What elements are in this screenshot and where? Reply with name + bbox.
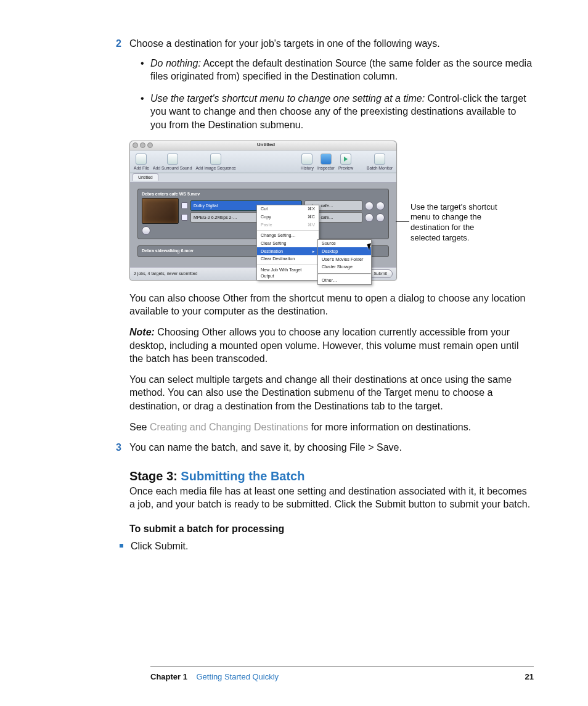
add-file-button[interactable]: Add File bbox=[134, 154, 149, 171]
see-post: for more information on destinations. bbox=[308, 422, 471, 432]
remove-button[interactable] bbox=[365, 202, 374, 210]
para-multi: You can select multiple targets and chan… bbox=[129, 373, 534, 413]
para-see: See Creating and Changing Destinations f… bbox=[129, 421, 534, 434]
batch-monitor-button[interactable]: Batch Monitor bbox=[367, 154, 393, 171]
destination-submenu[interactable]: Source Desktop User's Movies Folder Clus… bbox=[317, 239, 372, 285]
toolbar: Add File Add Surround Sound Add Image Se… bbox=[130, 150, 396, 173]
tab-untitled[interactable]: Untitled bbox=[133, 173, 158, 181]
inspector-button[interactable]: Inspector bbox=[317, 154, 335, 171]
monitor-icon bbox=[374, 154, 385, 165]
submenu-cluster[interactable]: Cluster Storage bbox=[318, 263, 371, 271]
submit-button[interactable]: Submit bbox=[368, 269, 393, 277]
setting-icon bbox=[181, 214, 188, 221]
bullet-do-nothing: Do nothing: Accept the default destinati… bbox=[141, 57, 534, 83]
menu-clear-destination[interactable]: Clear Destination bbox=[257, 255, 319, 263]
menu-destination[interactable]: Destination▸ bbox=[257, 247, 319, 255]
menu-copy[interactable]: Copy⌘C bbox=[257, 213, 319, 221]
note-body: Choosing Other allows you to choose any … bbox=[129, 327, 518, 364]
inspector-icon bbox=[321, 154, 332, 165]
titlebar: Untitled bbox=[130, 141, 396, 150]
minimize-icon[interactable] bbox=[140, 142, 145, 148]
menu-paste: Paste⌘V bbox=[257, 221, 319, 229]
footer-page: 21 bbox=[525, 671, 534, 678]
play-icon bbox=[340, 154, 351, 165]
add-surround-button[interactable]: Add Surround Sound bbox=[153, 154, 192, 171]
page-footer: Chapter 1 Getting Started Quickly 21 bbox=[150, 666, 534, 678]
step-3-text: You can name the batch, and save it, by … bbox=[129, 442, 402, 453]
bullet-lead: Use the target's shortcut menu to change… bbox=[150, 93, 425, 104]
setting-icon bbox=[181, 202, 188, 209]
stage-heading: Stage 3: Submitting the Batch bbox=[129, 468, 534, 485]
figure-callout: Use the target's shortcut menu to change… bbox=[410, 141, 502, 244]
thumbnail-icon bbox=[142, 198, 179, 224]
menu-new-job[interactable]: New Job With Target Output bbox=[257, 266, 319, 280]
note: Note: Choosing Other allows you to choos… bbox=[129, 326, 534, 366]
step-2: 2 Choose a destination for your job's ta… bbox=[129, 37, 534, 51]
tab-row: Untitled bbox=[130, 173, 396, 183]
footer-title: Getting Started Quickly bbox=[196, 672, 279, 678]
step-number-3: 3 bbox=[116, 441, 121, 454]
remove-button[interactable] bbox=[365, 213, 374, 222]
bullet-rest: Accept the default destination Source (t… bbox=[150, 58, 532, 82]
step-3: 3 You can name the batch, and save it, b… bbox=[129, 441, 534, 454]
context-menu[interactable]: Cut⌘X Copy⌘C Paste⌘V Change Setting… Cle… bbox=[256, 205, 319, 281]
add-target-button[interactable] bbox=[142, 226, 150, 235]
history-icon bbox=[301, 154, 312, 165]
para-other: You can also choose Other from the short… bbox=[129, 292, 534, 318]
app-window: Untitled Add File Add Surround Sound Add… bbox=[129, 141, 397, 281]
add-button[interactable] bbox=[376, 202, 385, 210]
zoom-icon[interactable] bbox=[147, 142, 153, 148]
submenu-desktop[interactable]: Desktop bbox=[318, 247, 371, 255]
submit-steps: Click Submit. bbox=[129, 540, 534, 553]
bullet-shortcut-menu: Use the target's shortcut menu to change… bbox=[141, 92, 534, 132]
step-2-text: Choose a destination for your job's targ… bbox=[129, 38, 440, 49]
submenu-movies[interactable]: User's Movies Folder bbox=[318, 255, 371, 263]
add-button[interactable] bbox=[376, 213, 385, 222]
step-number-2: 2 bbox=[116, 37, 121, 51]
submenu-source[interactable]: Source bbox=[318, 240, 371, 248]
batch-canvas: Debra enters cafe WS 5.mov Dolby Digital… bbox=[130, 183, 396, 268]
submenu-other[interactable]: Other… bbox=[318, 277, 371, 285]
note-lead: Note: bbox=[129, 327, 155, 337]
history-button[interactable]: History bbox=[301, 154, 314, 171]
add-image-seq-button[interactable]: Add Image Sequence bbox=[195, 154, 235, 171]
figure-wrap: Untitled Add File Add Surround Sound Add… bbox=[129, 141, 534, 281]
image-seq-icon bbox=[210, 154, 221, 165]
job-1-title: Debra enters cafe WS 5.mov bbox=[142, 191, 385, 197]
link-destinations[interactable]: Creating and Changing Destinations bbox=[150, 422, 308, 432]
see-pre: See bbox=[129, 422, 150, 432]
submit-step-1: Click Submit. bbox=[129, 540, 534, 553]
status-text: 2 jobs, 4 targets, never submitted bbox=[134, 271, 198, 276]
footer-chapter: Chapter 1 bbox=[150, 672, 187, 678]
surround-icon bbox=[167, 154, 178, 165]
subhead-submit: To submit a batch for processing bbox=[129, 522, 534, 536]
menu-clear-setting[interactable]: Clear Setting bbox=[257, 239, 319, 247]
preview-button[interactable]: Preview bbox=[338, 154, 353, 171]
menu-change-setting[interactable]: Change Setting… bbox=[257, 232, 319, 240]
window-title: Untitled bbox=[153, 142, 379, 149]
stage-pre: Stage 3: bbox=[129, 469, 181, 483]
close-icon[interactable] bbox=[133, 142, 138, 148]
bullet-lead: Do nothing: bbox=[150, 58, 201, 68]
file-icon bbox=[136, 154, 147, 165]
stage-body: Once each media file has at least one se… bbox=[129, 485, 534, 511]
step-2-bullets: Do nothing: Accept the default destinati… bbox=[141, 57, 534, 132]
menu-cut[interactable]: Cut⌘X bbox=[257, 205, 319, 213]
stage-link[interactable]: Submitting the Batch bbox=[181, 469, 304, 483]
leader-line bbox=[396, 221, 409, 222]
